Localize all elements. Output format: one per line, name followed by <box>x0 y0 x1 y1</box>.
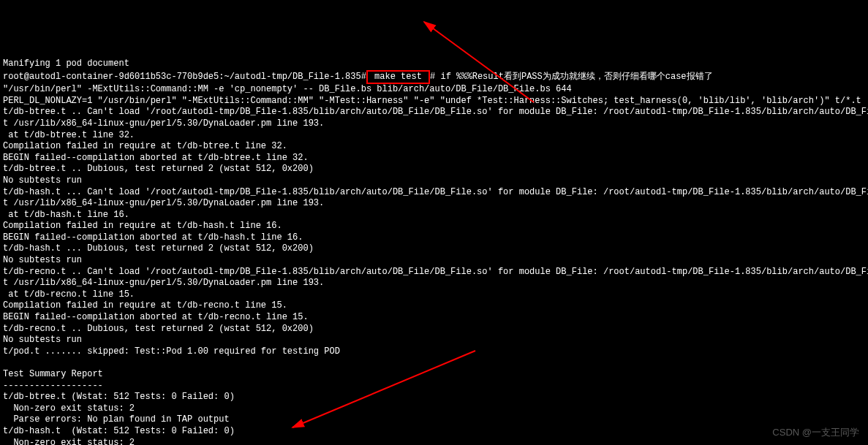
terminal-line: Parse errors: No plan found in TAP outpu… <box>3 414 230 425</box>
terminal-line: t/db-hash.t ... Dubious, test returned 2… <box>3 243 314 254</box>
terminal-line: at t/db-recno.t line 15. <box>3 289 135 300</box>
terminal-line: PERL_DL_NONLAZY=1 "/usr/bin/perl" "-MExt… <box>3 96 861 106</box>
terminal-line: No subtests run <box>3 175 82 186</box>
terminal-line: BEGIN failed--compilation aborted at t/d… <box>3 153 309 163</box>
terminal-line: Test Summary Report <box>3 369 103 379</box>
prompt-comment: # if %%%Result看到PASS为成功就继续，否则仔细看哪个case报错… <box>430 72 712 82</box>
terminal-line: t/db-hash.t ... Can't load '/root/autodl… <box>3 187 868 197</box>
terminal-line: No subtests run <box>3 335 82 345</box>
terminal-line: No subtests run <box>3 255 82 265</box>
terminal-output: Manifying 1 pod document root@autodl-con… <box>0 45 868 445</box>
terminal-line: t/pod.t ....... skipped: Test::Pod 1.00 … <box>3 346 340 357</box>
terminal-line: t /usr/lib/x86_64-linux-gnu/perl/5.30/Dy… <box>3 198 324 208</box>
terminal-line: t/db-recno.t .. Can't load '/root/autodl… <box>3 267 868 277</box>
terminal-line: t/db-btree.t .. Can't load '/root/autodl… <box>3 107 868 117</box>
terminal-line: Manifying 1 pod document <box>3 58 129 69</box>
terminal-line: t/db-btree.t (Wstat: 512 Tests: 0 Failed… <box>3 392 235 402</box>
terminal-line: t/db-btree.t .. Dubious, test returned 2… <box>3 164 314 174</box>
terminal-line: at t/db-btree.t line 32. <box>3 130 135 140</box>
terminal-line: t/db-hash.t (Wstat: 512 Tests: 0 Failed:… <box>3 426 235 436</box>
terminal-line: BEGIN failed--compilation aborted at t/d… <box>3 232 303 243</box>
terminal-line: "/usr/bin/perl" -MExtUtils::Command::MM … <box>3 84 572 94</box>
watermark: CSDN @一支王同学 <box>772 427 859 439</box>
terminal-line: at t/db-hash.t line 16. <box>3 210 129 220</box>
terminal-line: t /usr/lib/x86_64-linux-gnu/perl/5.30/Dy… <box>3 118 324 129</box>
terminal-line: Compilation failed in require at t/db-re… <box>3 300 287 311</box>
shell-prompt: root@autodl-container-9d6011b53c-770b9de… <box>3 72 366 82</box>
terminal-line: Compilation failed in require at t/db-bt… <box>3 141 287 151</box>
terminal-line: t/db-recno.t .. Dubious, test returned 2… <box>3 324 314 334</box>
terminal-line: Compilation failed in require at t/db-ha… <box>3 221 282 231</box>
command-highlight: make test <box>366 70 430 85</box>
terminal-line: t /usr/lib/x86_64-linux-gnu/perl/5.30/Dy… <box>3 278 324 288</box>
terminal-line: Non-zero exit status: 2 <box>3 438 135 445</box>
prompt-line: root@autodl-container-9d6011b53c-770b9de… <box>3 72 713 82</box>
terminal-line: ------------------- <box>3 381 103 391</box>
terminal-line: Non-zero exit status: 2 <box>3 403 135 414</box>
terminal-line: BEGIN failed--compilation aborted at t/d… <box>3 312 309 322</box>
